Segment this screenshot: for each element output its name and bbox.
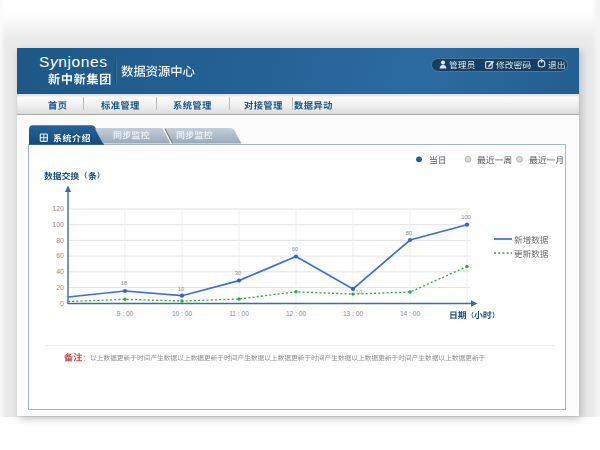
svg-text:9 : 00: 9 : 00 [117,310,134,317]
svg-text:80: 80 [406,230,412,236]
svg-text:120: 120 [52,205,64,212]
svg-text:11 : 00: 11 : 00 [229,310,249,317]
svg-text:10: 10 [178,286,184,292]
svg-text:12 : 00: 12 : 00 [286,310,306,317]
svg-text:14 : 00: 14 : 00 [400,310,420,317]
svg-text:13 : 00: 13 : 00 [343,310,363,317]
svg-text:100: 100 [52,221,64,228]
svg-text:0: 0 [60,300,64,307]
svg-text:60: 60 [292,246,298,252]
svg-text:10 : 00: 10 : 00 [172,310,192,317]
svg-text:20: 20 [56,284,64,291]
svg-text:10: 10 [356,289,362,295]
svg-text:30: 30 [235,270,241,276]
svg-text:18: 18 [121,280,127,286]
svg-text:100: 100 [461,214,471,220]
svg-text:80: 80 [56,237,64,244]
svg-text:60: 60 [56,252,64,259]
svg-text:40: 40 [56,268,64,275]
